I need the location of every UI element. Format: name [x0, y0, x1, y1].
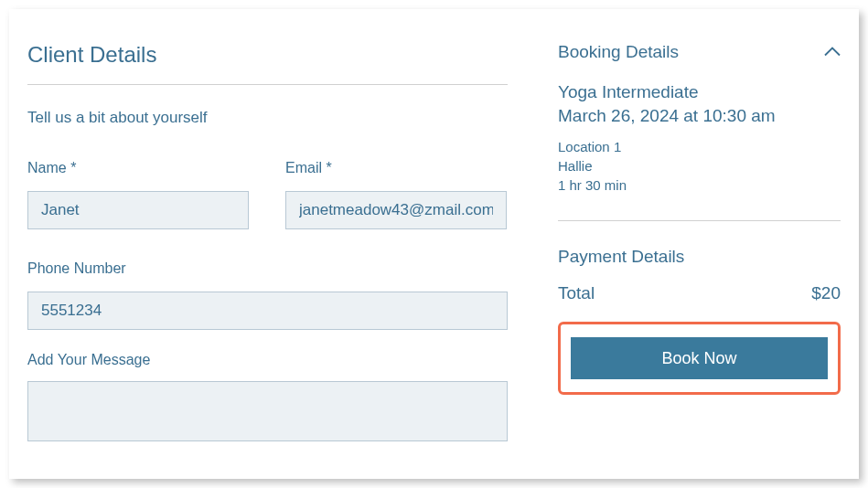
name-input[interactable]	[27, 191, 249, 229]
total-label: Total	[558, 283, 595, 303]
client-details-heading: Client Details	[27, 42, 508, 68]
name-email-row: Name * Email *	[27, 160, 508, 229]
booking-form-panel: Client Details Tell us a bit about yours…	[9, 9, 859, 479]
payment-details-title: Payment Details	[558, 247, 841, 267]
message-textarea[interactable]	[27, 381, 508, 441]
summary-column: Booking Details Yoga Intermediate March …	[535, 42, 841, 461]
phone-group: Phone Number	[27, 260, 508, 330]
name-group: Name *	[27, 160, 249, 229]
book-now-button[interactable]: Book Now	[571, 337, 828, 379]
phone-label: Phone Number	[27, 260, 508, 277]
email-group: Email *	[285, 160, 507, 229]
total-value: $20	[811, 283, 841, 303]
client-details-column: Client Details Tell us a bit about yours…	[27, 42, 535, 461]
booking-staff: Hallie	[558, 158, 841, 174]
phone-input[interactable]	[27, 292, 508, 330]
email-label: Email *	[285, 160, 507, 176]
heading-divider	[27, 84, 508, 85]
email-input[interactable]	[285, 191, 507, 229]
booking-header[interactable]: Booking Details	[558, 42, 841, 62]
booking-datetime: March 26, 2024 at 10:30 am	[558, 106, 841, 126]
total-row: Total $20	[558, 283, 841, 303]
message-group: Add Your Message	[27, 352, 508, 441]
booking-service-name: Yoga Intermediate	[558, 82, 841, 102]
summary-divider	[558, 220, 841, 221]
booking-location: Location 1	[558, 139, 841, 154]
client-details-intro: Tell us a bit about yourself	[27, 109, 508, 127]
chevron-up-icon	[824, 44, 841, 60]
book-now-highlight: Book Now	[558, 322, 841, 395]
booking-details-title: Booking Details	[558, 42, 679, 62]
message-label: Add Your Message	[27, 352, 508, 368]
booking-duration: 1 hr 30 min	[558, 177, 841, 193]
name-label: Name *	[27, 160, 249, 176]
